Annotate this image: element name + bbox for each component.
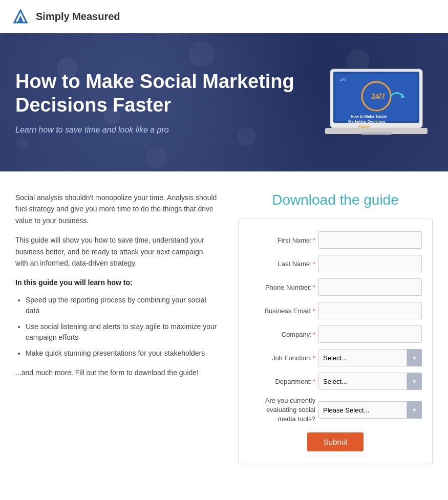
department-select[interactable]: Select... bbox=[318, 373, 422, 390]
required-marker: * bbox=[313, 284, 315, 291]
main-content: Social analysis shouldn't monopolize you… bbox=[0, 171, 448, 485]
evaluating-tools-row: Are you currently evaluating social medi… bbox=[249, 396, 422, 424]
header: Simply Measured bbox=[0, 0, 448, 33]
company-input[interactable] bbox=[318, 325, 422, 343]
form-title: Download the guide bbox=[238, 192, 433, 208]
evaluating-tools-select[interactable]: Please Select... bbox=[318, 401, 422, 419]
evaluating-tools-label: Are you currently evaluating social medi… bbox=[249, 396, 315, 424]
simply-measured-logo-icon bbox=[10, 6, 31, 27]
svg-text:Marketing Decisions: Marketing Decisions bbox=[348, 119, 386, 124]
intro-para-2: This guide will show you how to save tim… bbox=[15, 234, 218, 269]
first-name-row: First Name:* bbox=[249, 231, 422, 249]
department-row: Department:* Select... bbox=[249, 373, 422, 390]
closing-text: ...and much more. Fill out the form to d… bbox=[15, 367, 218, 378]
required-marker: * bbox=[313, 260, 315, 268]
logo-text: Simply Measured bbox=[36, 11, 120, 23]
right-column: Download the guide First Name:* Last Nam… bbox=[238, 192, 433, 464]
svg-text:24/7: 24/7 bbox=[371, 92, 385, 100]
intro-para-1: Social analysis shouldn't monopolize you… bbox=[15, 192, 218, 226]
phone-number-input[interactable] bbox=[318, 278, 422, 296]
list-item: Speed up the reporting process by combin… bbox=[26, 295, 218, 316]
submit-button[interactable]: Submit bbox=[307, 432, 364, 451]
job-function-select[interactable]: Select... bbox=[318, 349, 422, 366]
hero-subtitle: Learn how to save time and look like a p… bbox=[15, 125, 302, 135]
hero-image-container: SM 24/7 How to Make Social Marketing Dec… bbox=[320, 61, 433, 143]
required-marker: * bbox=[313, 236, 315, 244]
first-name-label: First Name:* bbox=[249, 236, 315, 244]
company-label: Company:* bbox=[249, 331, 315, 338]
required-marker: * bbox=[313, 307, 315, 315]
svg-marker-1 bbox=[17, 15, 24, 23]
hero-text-block: How to Make Social Marketing Decisions F… bbox=[15, 70, 302, 134]
hero-section: How to Make Social Marketing Decisions F… bbox=[0, 33, 448, 171]
job-function-label: Job Function:* bbox=[249, 354, 315, 362]
phone-number-row: Phone Number:* bbox=[249, 278, 422, 296]
guide-benefits-list: Speed up the reporting process by combin… bbox=[15, 295, 218, 359]
last-name-row: Last Name:* bbox=[249, 255, 422, 272]
business-email-row: Business Email:* bbox=[249, 302, 422, 319]
svg-text:How to Make Social: How to Make Social bbox=[351, 114, 387, 119]
hero-title: How to Make Social Marketing Decisions F… bbox=[15, 70, 302, 117]
last-name-input[interactable] bbox=[318, 255, 422, 272]
first-name-input[interactable] bbox=[318, 231, 422, 249]
svg-rect-13 bbox=[361, 132, 392, 135]
business-email-input[interactable] bbox=[318, 302, 422, 319]
required-marker: * bbox=[313, 331, 315, 338]
phone-number-label: Phone Number:* bbox=[249, 284, 315, 291]
department-select-wrapper: Select... bbox=[318, 373, 422, 390]
business-email-label: Business Email:* bbox=[249, 307, 315, 315]
logo-container: Simply Measured bbox=[10, 6, 120, 27]
job-function-select-wrapper: Select... bbox=[318, 349, 422, 366]
list-item: Make quick stunning presentations for yo… bbox=[26, 348, 218, 359]
required-marker: * bbox=[313, 354, 315, 362]
form-box: First Name:* Last Name:* Phone Number:* bbox=[238, 219, 433, 464]
department-label: Department:* bbox=[249, 378, 315, 385]
laptop-guide-image: SM 24/7 How to Make Social Marketing Dec… bbox=[320, 61, 433, 143]
last-name-label: Last Name:* bbox=[249, 260, 315, 268]
left-column: Social analysis shouldn't monopolize you… bbox=[15, 192, 218, 386]
list-heading: In this guide you will learn how to: bbox=[15, 277, 218, 288]
svg-text:SM: SM bbox=[339, 77, 347, 82]
required-marker: * bbox=[313, 378, 315, 385]
list-item: Use social listening and alerts to stay … bbox=[26, 321, 218, 343]
submit-row: Submit bbox=[249, 432, 422, 451]
company-row: Company:* bbox=[249, 325, 422, 343]
job-function-row: Job Function:* Select... bbox=[249, 349, 422, 366]
evaluating-tools-select-wrapper: Please Select... bbox=[318, 401, 422, 419]
